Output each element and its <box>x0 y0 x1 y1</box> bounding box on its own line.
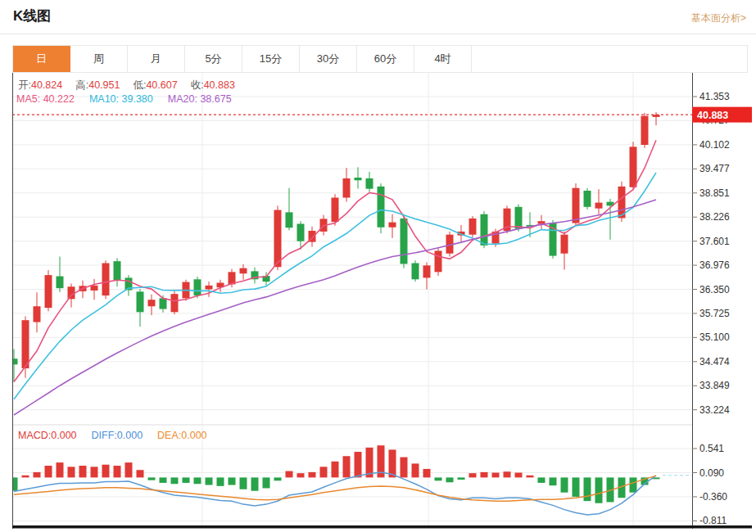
svg-text:34.474: 34.474 <box>699 356 730 367</box>
svg-text:0.541: 0.541 <box>699 443 724 454</box>
gridlines <box>12 73 692 525</box>
svg-text:35.725: 35.725 <box>699 308 730 319</box>
svg-text:39.477: 39.477 <box>699 163 730 174</box>
close-label: 收: <box>191 79 204 91</box>
kline-chart[interactable]: 开:40.824高:40.951低:40.607收:40.883 MA5: 40… <box>12 73 752 532</box>
ohlc-readout: 开:40.824高:40.951低:40.607收:40.883 <box>18 79 248 92</box>
bottom-border <box>12 525 752 529</box>
ma5-line <box>14 140 656 381</box>
svg-text:-0.360: -0.360 <box>699 491 727 503</box>
fundamental-analysis-link[interactable]: 基本面分析> <box>691 11 746 25</box>
tab-period-1[interactable]: 周 <box>70 46 128 72</box>
svg-text:36.350: 36.350 <box>699 284 730 295</box>
high-value: 40.951 <box>88 79 120 91</box>
tab-period-5[interactable]: 30分 <box>300 46 357 72</box>
svg-text:41.353: 41.353 <box>699 91 730 102</box>
price-badge: 40.883 <box>692 107 752 123</box>
svg-text:33.849: 33.849 <box>699 380 730 391</box>
diff-line <box>14 472 656 515</box>
dea-line <box>14 476 656 501</box>
y-axis-labels: 41.35340.72740.10239.47738.85138.22637.6… <box>692 91 730 526</box>
ma20-legend: MA20: 38.675 <box>168 93 232 105</box>
open-label: 开: <box>18 79 31 91</box>
svg-text:38.851: 38.851 <box>699 187 730 199</box>
candles-group <box>12 112 660 382</box>
svg-text:38.226: 38.226 <box>699 211 730 223</box>
low-label: 低: <box>133 79 146 91</box>
tab-period-4[interactable]: 15分 <box>242 46 300 72</box>
high-label: 高: <box>75 79 88 91</box>
svg-text:-0.811: -0.811 <box>699 515 727 526</box>
svg-text:37.601: 37.601 <box>699 236 730 247</box>
ma10-legend: MA10: 39.380 <box>89 93 153 105</box>
dea-value-legend: DEA:0.000 <box>157 430 206 441</box>
svg-text:35.100: 35.100 <box>699 331 730 343</box>
svg-text:36.976: 36.976 <box>699 259 730 271</box>
svg-text:40.102: 40.102 <box>699 139 730 151</box>
tab-period-0[interactable]: 日 <box>13 46 70 72</box>
tab-period-3[interactable]: 5分 <box>185 46 242 72</box>
page-title: K线图 <box>13 7 51 25</box>
ma5-legend: MA5: 40.222 <box>16 93 75 105</box>
macd-value-legend: MACD:0.000 <box>18 430 77 441</box>
svg-text:0.090: 0.090 <box>699 467 724 479</box>
tab-period-2[interactable]: 月 <box>128 46 185 72</box>
tab-period-7[interactable]: 4时 <box>414 46 472 72</box>
svg-text:33.224: 33.224 <box>699 404 730 416</box>
macd-legend: MACD:0.000DIFF:0.000DEA:0.000 <box>18 430 222 441</box>
open-value: 40.824 <box>31 79 62 91</box>
panel-header: K线图 基本面分析> <box>0 0 756 34</box>
macd-histogram <box>12 445 660 503</box>
low-value: 40.607 <box>146 79 177 91</box>
period-tab-bar: 日周月5分15分30分60分4时 <box>12 45 748 73</box>
tab-period-6[interactable]: 60分 <box>357 46 414 72</box>
diff-value-legend: DIFF:0.000 <box>92 430 143 441</box>
ma-legend: MA5: 40.222MA10: 39.380MA20: 38.675 <box>16 93 247 105</box>
svg-text:40.883: 40.883 <box>697 110 728 121</box>
close-value: 40.883 <box>204 79 235 91</box>
